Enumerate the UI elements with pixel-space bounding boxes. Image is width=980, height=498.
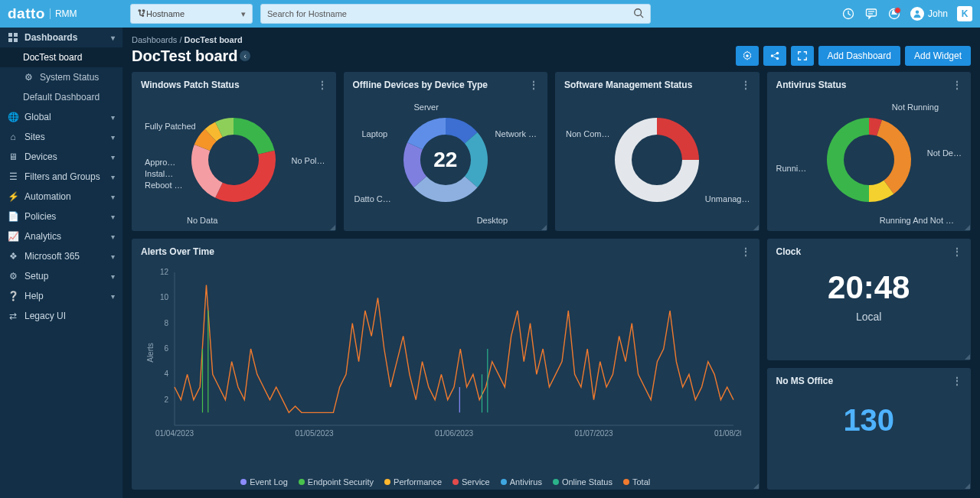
nav-automation[interactable]: ⚡Automation▾: [0, 187, 122, 207]
donut-offline: 22 ServerNetwork …DesktopDatto C…Laptop: [353, 95, 539, 225]
legend-item[interactable]: Total: [623, 477, 650, 487]
card-menu-button[interactable]: ⋮: [952, 376, 962, 386]
card-menu-button[interactable]: ⋮: [529, 80, 538, 90]
svg-text:01/08/2023: 01/08/2023: [714, 429, 741, 438]
nav-label: System Status: [40, 72, 99, 83]
search-icon[interactable]: [633, 8, 644, 20]
host-dropdown[interactable]: Hostname ▾: [130, 4, 253, 24]
svg-point-14: [776, 52, 779, 55]
gear-icon: ⚙: [8, 271, 18, 282]
svg-point-0: [635, 9, 642, 16]
nav-devices[interactable]: 🖥Devices▾: [0, 147, 122, 167]
add-dashboard-button[interactable]: Add Dashboard: [818, 46, 900, 66]
nav-legacy[interactable]: ⇄Legacy UI: [0, 306, 122, 326]
notification-icon[interactable]: [887, 7, 901, 21]
nav-label: Filters and Groups: [24, 171, 100, 182]
card-menu-button[interactable]: ⋮: [952, 80, 962, 90]
nav-setup[interactable]: ⚙Setup▾: [0, 266, 122, 286]
nav-label: Dashboards: [24, 32, 77, 43]
legend-item[interactable]: Endpoint Security: [299, 477, 374, 487]
legend-item[interactable]: Antivirus: [501, 477, 542, 487]
chat-icon[interactable]: [864, 7, 878, 21]
nav-dashboards[interactable]: Dashboards ▾: [0, 28, 122, 47]
svg-text:6: 6: [164, 344, 168, 353]
clock-icon[interactable]: [841, 7, 855, 21]
user-menu[interactable]: John: [910, 7, 948, 21]
legend-item[interactable]: Event Log: [240, 477, 288, 487]
window-icon: ❖: [8, 251, 18, 262]
search-box[interactable]: [260, 4, 651, 24]
settings-button[interactable]: [736, 46, 759, 66]
sidebar: Dashboards ▾ DocTest board ⚙System Statu…: [0, 28, 122, 498]
nav-label: Automation: [24, 191, 71, 202]
nav-label: Global: [24, 112, 51, 122]
nav-label: Devices: [24, 151, 57, 162]
chevron-down-icon: ▾: [111, 173, 115, 181]
card-menu-button[interactable]: ⋮: [741, 246, 750, 257]
devices-icon: 🖥: [8, 151, 18, 162]
nav-dash-default[interactable]: Default Dashboard: [0, 87, 122, 107]
nav-label: Legacy UI: [24, 311, 66, 321]
breadcrumb-current: DocTest board: [185, 35, 243, 44]
search-input[interactable]: [267, 9, 633, 18]
sidebar-collapse-button[interactable]: ‹: [238, 49, 252, 63]
card-no-ms-office: No MS Office⋮ 130: [767, 368, 972, 490]
nav-analytics[interactable]: 📈Analytics▾: [0, 226, 122, 246]
alerts-chart: 24681012Alerts01/04/202301/05/202301/06/…: [141, 262, 750, 483]
svg-rect-9: [14, 33, 18, 37]
svg-point-13: [770, 54, 773, 57]
svg-text:Alerts: Alerts: [146, 343, 155, 363]
card-menu-button[interactable]: ⋮: [318, 80, 327, 90]
fullscreen-button[interactable]: [791, 46, 814, 66]
nav-label: Help: [24, 291, 44, 301]
svg-text:01/07/2023: 01/07/2023: [574, 429, 612, 438]
svg-text:01/04/2023: 01/04/2023: [155, 429, 194, 438]
nav-sites[interactable]: ⌂Sites▾: [0, 127, 122, 147]
nav-label: Policies: [24, 211, 56, 222]
svg-text:4: 4: [164, 369, 168, 378]
svg-point-15: [776, 57, 779, 60]
nav-filters[interactable]: ☰Filters and Groups▾: [0, 167, 122, 187]
nav-dash-system-status[interactable]: ⚙System Status: [0, 67, 122, 87]
grid-icon: [8, 32, 18, 43]
card-title: Antivirus Status: [776, 80, 847, 90]
card-alerts-over-time: Alerts Over Time⋮ 24681012Alerts01/04/20…: [132, 239, 760, 490]
chevron-down-icon: ▾: [111, 233, 115, 241]
svg-rect-3: [866, 9, 876, 16]
legend-item[interactable]: Performance: [384, 477, 442, 487]
donut-software: Non Com…Unmanag…: [564, 95, 750, 225]
svg-point-7: [916, 11, 920, 15]
card-menu-button[interactable]: ⋮: [952, 246, 962, 257]
k-app-icon[interactable]: K: [957, 6, 972, 21]
donut-center-value: 22: [433, 148, 457, 172]
svg-text:8: 8: [164, 319, 168, 327]
chevron-down-icon: ▾: [111, 292, 115, 301]
legend-item[interactable]: Service: [452, 477, 490, 487]
legend-item[interactable]: Online Status: [553, 477, 612, 487]
card-antivirus: Antivirus Status⋮ Not RunningNot De…Runn…: [767, 72, 972, 231]
main: ‹ Dashboards / DocTest board DocTest boa…: [122, 28, 980, 498]
nav-help[interactable]: ❔Help▾: [0, 286, 122, 306]
share-button[interactable]: [763, 46, 786, 66]
add-widget-button[interactable]: Add Widget: [905, 46, 971, 66]
card-title: Offline Devices by Device Type: [353, 80, 488, 90]
nav-policies[interactable]: 📄Policies▾: [0, 207, 122, 226]
brand: datto RMM: [8, 5, 122, 22]
filter-icon: ☰: [8, 171, 18, 182]
svg-text:10: 10: [160, 293, 169, 301]
fork-icon: [137, 8, 146, 19]
nav-dash-doctest[interactable]: DocTest board: [0, 47, 122, 67]
nav-ms365[interactable]: ❖Microsoft 365▾: [0, 246, 122, 266]
swap-icon: ⇄: [8, 311, 18, 321]
donut-patch: Fully PatchedNo Pol…Appro…Instal…Reboot …: [141, 95, 327, 225]
card-title: No MS Office: [776, 376, 834, 386]
brand-name: datto: [8, 5, 45, 22]
nav-global[interactable]: 🌐Global▾: [0, 107, 122, 127]
brand-suffix: RMM: [50, 8, 77, 19]
nav-label: Analytics: [24, 231, 61, 242]
svg-rect-10: [8, 38, 12, 42]
card-menu-button[interactable]: ⋮: [741, 80, 750, 90]
breadcrumb-root[interactable]: Dashboards: [132, 35, 177, 44]
card-patch-status: Windows Patch Status⋮ Fully PatchedNo Po…: [132, 72, 336, 231]
doc-icon: 📄: [8, 211, 18, 222]
